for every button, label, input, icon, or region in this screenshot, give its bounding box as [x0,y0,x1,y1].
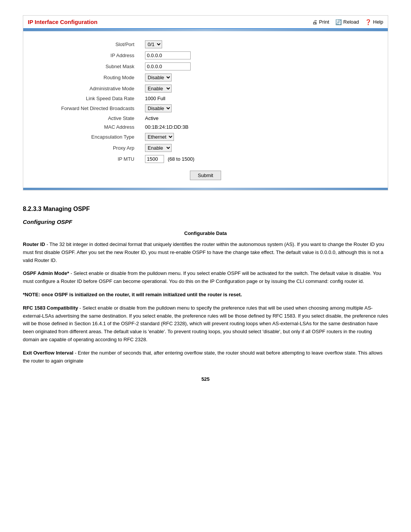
paragraph-exit-overflow: Exit Overflow Interval - Enter the numbe… [23,349,388,365]
field-subnet-mask: Subnet Mask [38,61,373,72]
label-admin-mode: Administrative Mode [38,83,137,94]
value-ip-address [137,50,373,61]
section-title: Managing OSPF [43,206,90,212]
paragraph-router-id: Router ID - The 32 bit integer in dotted… [23,241,388,264]
select-encapsulation[interactable]: Ethernet [145,133,174,141]
label-subnet-mask: Subnet Mask [38,61,137,72]
text-note: *NOTE: once OSPF is initialized on the r… [23,292,242,297]
value-subnet-mask [137,61,373,72]
submit-button[interactable]: Submit [190,171,221,180]
config-body: Slot/Port 0/1 IP Address Subnet Mask [23,31,388,188]
input-ip-mtu[interactable] [145,155,164,163]
select-forward-broadcasts[interactable]: Disable Enable [145,104,172,112]
section-heading: 8.2.3.3 Managing OSPF [23,206,388,212]
field-admin-mode: Administrative Mode Enable Disable [38,83,373,94]
input-subnet-mask[interactable] [145,62,191,70]
section-number: 8.2.3.3 [23,206,41,212]
select-routing-mode[interactable]: Disable Enable [145,73,172,81]
reload-action[interactable]: 🔄 Reload [335,19,359,25]
reload-icon: 🔄 [335,19,342,25]
field-link-speed: Link Speed Data Rate 1000 Full [38,94,373,103]
config-panel: IP Interface Configuration 🖨 Print 🔄 Rel… [23,15,388,190]
submit-row: Submit [38,171,373,180]
select-slot-port[interactable]: 0/1 [145,40,162,48]
term-exit-overflow: Exit Overflow Interval [23,350,73,356]
label-ip-address: IP Address [38,50,137,61]
text-exit-overflow: - Enter the number of seconds that, afte… [23,350,382,364]
select-admin-mode[interactable]: Enable Disable [145,85,172,93]
term-ospf-admin: OSPF Admin Mode* [23,270,69,276]
field-mac-address: MAC Address 00:1B:24:1D:DD:3B [38,123,373,131]
field-proxy-arp: Proxy Arp Enable Disable [38,142,373,153]
config-form-table: Slot/Port 0/1 IP Address Subnet Mask [38,39,373,165]
term-rfc1583: RFC 1583 Compatibility [23,305,78,311]
subsection-title: Configuring OSPF [23,219,388,225]
value-routing-mode: Disable Enable [137,72,373,83]
ip-mtu-hint: (68 to 1500) [168,156,194,162]
label-proxy-arp: Proxy Arp [38,142,137,153]
print-icon: 🖨 [312,19,317,25]
input-ip-address[interactable] [145,51,191,59]
paragraph-ospf-admin: OSPF Admin Mode* - Select enable or disa… [23,270,388,286]
config-title: IP Interface Configuration [28,19,97,25]
value-mac-address: 00:1B:24:1D:DD:3B [137,123,373,131]
reload-label: Reload [343,19,359,25]
field-ip-address: IP Address [38,50,373,61]
text-router-id: - The 32 bit integer in dotted decimal f… [23,241,384,263]
configurable-data-label: Configurable Data [23,230,388,236]
label-active-state: Active State [38,114,137,123]
label-slot-port: Slot/Port [38,39,137,50]
static-mac-address: 00:1B:24:1D:DD:3B [145,124,188,130]
term-router-id: Router ID [23,241,45,247]
help-icon: ❓ [365,19,371,25]
value-admin-mode: Enable Disable [137,83,373,94]
doc-section: 8.2.3.3 Managing OSPF Configuring OSPF C… [23,206,388,382]
select-proxy-arp[interactable]: Enable Disable [145,144,172,152]
print-label: Print [319,19,329,25]
value-proxy-arp: Enable Disable [137,142,373,153]
paragraph-note: *NOTE: once OSPF is initialized on the r… [23,291,388,299]
value-link-speed: 1000 Full [137,94,373,103]
page-number: 525 [23,376,388,382]
print-action[interactable]: 🖨 Print [312,19,329,25]
blue-bar-bottom [23,188,388,190]
label-mac-address: MAC Address [38,123,137,131]
field-encapsulation: Encapsulation Type Ethernet [38,131,373,142]
value-forward-broadcasts: Disable Enable [137,103,373,114]
field-routing-mode: Routing Mode Disable Enable [38,72,373,83]
help-action[interactable]: ❓ Help [365,19,383,25]
value-encapsulation: Ethernet [137,131,373,142]
label-ip-mtu: IP MTU [38,153,137,165]
field-ip-mtu: IP MTU (68 to 1500) [38,153,373,165]
label-encapsulation: Encapsulation Type [38,131,137,142]
header-actions: 🖨 Print 🔄 Reload ❓ Help [312,19,383,25]
field-slot-port: Slot/Port 0/1 [38,39,373,50]
value-ip-mtu: (68 to 1500) [137,153,373,165]
value-active-state: Active [137,114,373,123]
value-slot-port: 0/1 [137,39,373,50]
static-active-state: Active [145,115,158,121]
paragraph-rfc1583: RFC 1583 Compatibility - Select enable o… [23,304,388,344]
static-link-speed: 1000 Full [145,96,165,101]
label-forward-broadcasts: Forward Net Directed Broadcasts [38,103,137,114]
config-header: IP Interface Configuration 🖨 Print 🔄 Rel… [23,16,388,29]
text-ospf-admin: - Select enable or disable from the pull… [23,270,381,284]
label-routing-mode: Routing Mode [38,72,137,83]
field-forward-broadcasts: Forward Net Directed Broadcasts Disable … [38,103,373,114]
label-link-speed: Link Speed Data Rate [38,94,137,103]
field-active-state: Active State Active [38,114,373,123]
help-label: Help [373,19,383,25]
